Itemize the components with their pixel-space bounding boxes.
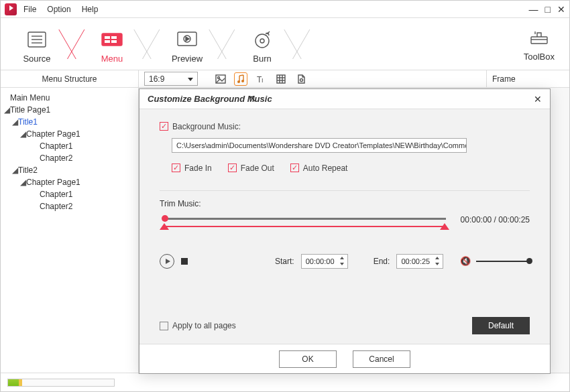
svg-point-19: [241, 80, 244, 82]
background-music-label: Background Music:: [172, 122, 241, 131]
step-arrow: [66, 24, 82, 64]
tree-chapter[interactable]: Chapter2: [3, 200, 135, 212]
menu-bar: File Option Help: [23, 5, 98, 14]
svg-point-11: [255, 34, 269, 48]
cancel-button[interactable]: Cancel: [353, 350, 410, 368]
panel-title-menu-structure: Menu Structure: [1, 70, 139, 87]
fade-out-checkbox[interactable]: Fade Out: [228, 164, 274, 173]
menu-structure-tree[interactable]: Main Menu ◢Title Page1 ◢Title1 ◢Chapter …: [1, 88, 139, 374]
spin-down[interactable]: [433, 261, 441, 267]
step-menu-label: Menu: [82, 54, 141, 64]
fade-in-checkbox[interactable]: Fade In: [172, 164, 212, 173]
music-path-input[interactable]: C:\Users\admin\Documents\Wondershare DVD…: [172, 138, 467, 153]
ok-button[interactable]: OK: [279, 350, 337, 368]
play-button[interactable]: [160, 254, 174, 269]
tree-chapter[interactable]: Chapter1: [3, 188, 135, 200]
app-icon: [5, 3, 17, 15]
aspect-ratio-select[interactable]: 16:9: [144, 72, 198, 86]
tree-chapter[interactable]: Chapter2: [3, 152, 135, 164]
step-toolbox[interactable]: ToolBox: [524, 26, 563, 62]
tree-title-page1[interactable]: ◢Title Page1: [3, 104, 135, 116]
tree-chapter[interactable]: Chapter1: [3, 140, 135, 152]
trim-start-handle[interactable]: [160, 223, 169, 230]
start-time-input[interactable]: 00:00:00: [301, 254, 348, 269]
disc-usage-bar: [7, 379, 115, 387]
svg-rect-6: [111, 36, 117, 39]
source-icon: [21, 28, 52, 51]
dialog-close-button[interactable]: ✕: [534, 94, 542, 105]
step-preview-label: Preview: [158, 54, 217, 64]
apply-all-pages-checkbox[interactable]: Apply to all pages: [160, 321, 236, 330]
checkbox-icon: [228, 164, 237, 172]
svg-rect-22: [277, 75, 285, 83]
aspect-ratio-value: 16:9: [149, 74, 164, 84]
sub-toolbar: Menu Structure 16:9 TI Frame: [1, 70, 569, 88]
spin-down[interactable]: [338, 261, 346, 267]
status-bar: [1, 373, 569, 391]
spin-up[interactable]: [433, 255, 441, 261]
chapter-tool-icon[interactable]: [274, 72, 288, 86]
checkbox-icon: [160, 322, 168, 330]
workflow-steps: Source Menu Preview Burn ToolBox: [1, 18, 569, 70]
trim-music-label: Trim Music:: [160, 199, 530, 208]
burn-icon: [247, 28, 278, 51]
toolbox-icon: [524, 26, 555, 49]
file-tool-icon[interactable]: [294, 72, 308, 86]
tree-chapter-page1[interactable]: ◢Chapter Page1: [3, 176, 135, 188]
svg-point-17: [218, 76, 220, 78]
step-source-label: Source: [7, 54, 66, 64]
minimize-button[interactable]: —: [529, 4, 538, 15]
music-tool-icon[interactable]: [234, 72, 247, 86]
svg-point-12: [260, 39, 264, 43]
title-bar: File Option Help — □ ✕: [1, 1, 569, 18]
dialog-header: Customize Background Music ✕: [139, 89, 550, 109]
dialog-title: Customize Background Music: [148, 94, 272, 104]
trim-time-display: 00:00:00 / 00:00:25: [461, 215, 530, 224]
text-tool-icon[interactable]: TI: [254, 72, 268, 86]
menu-file[interactable]: File: [23, 5, 36, 14]
svg-rect-7: [105, 40, 110, 43]
checkbox-icon: [172, 164, 180, 172]
tree-chapter-page1[interactable]: ◢Chapter Page1: [3, 128, 135, 140]
svg-rect-13: [531, 37, 547, 44]
svg-point-27: [300, 78, 303, 81]
checkbox-icon: [290, 164, 299, 172]
default-button[interactable]: Default: [472, 317, 530, 334]
step-arrow: [217, 24, 233, 64]
trim-playhead[interactable]: [162, 215, 168, 222]
auto-repeat-checkbox[interactable]: Auto Repeat: [290, 164, 348, 173]
tree-main-menu[interactable]: Main Menu: [3, 92, 135, 104]
svg-rect-8: [111, 40, 117, 43]
end-label: End:: [374, 257, 390, 266]
trim-end-handle[interactable]: [440, 223, 449, 230]
panel-title-frame: Frame: [486, 70, 569, 87]
background-music-checkbox[interactable]: Background Music:: [160, 122, 241, 131]
volume-slider[interactable]: [476, 261, 530, 262]
tree-title1[interactable]: ◢Title1: [3, 116, 135, 128]
music-path-value: C:\Users\admin\Documents\Wondershare DVD…: [176, 141, 467, 149]
maximize-button[interactable]: □: [545, 4, 551, 15]
svg-rect-4: [102, 34, 122, 46]
menu-icon: [97, 28, 127, 51]
checkbox-icon: [160, 122, 168, 131]
svg-text:I: I: [262, 77, 264, 84]
trim-slider[interactable]: 00:00:00 / 00:00:25: [160, 214, 530, 234]
end-time-input[interactable]: 00:00:25: [396, 254, 443, 269]
menu-help[interactable]: Help: [82, 5, 99, 14]
spin-up[interactable]: [338, 255, 346, 261]
tree-title2[interactable]: ◢Title2: [3, 164, 135, 176]
svg-rect-5: [105, 36, 110, 39]
volume-icon[interactable]: 🔇: [460, 256, 471, 266]
step-toolbox-label: ToolBox: [524, 52, 555, 62]
svg-point-18: [237, 80, 240, 83]
close-button[interactable]: ✕: [557, 4, 565, 15]
step-burn-label: Burn: [233, 54, 292, 64]
start-label: Start:: [275, 257, 294, 266]
step-arrow: [292, 24, 308, 64]
stop-button[interactable]: [181, 258, 188, 265]
preview-icon: [172, 28, 203, 51]
step-arrow: [141, 24, 158, 64]
image-tool-icon[interactable]: [214, 72, 227, 86]
customize-music-dialog: Customize Background Music ✕ Background …: [139, 88, 551, 374]
menu-option[interactable]: Option: [47, 5, 70, 14]
